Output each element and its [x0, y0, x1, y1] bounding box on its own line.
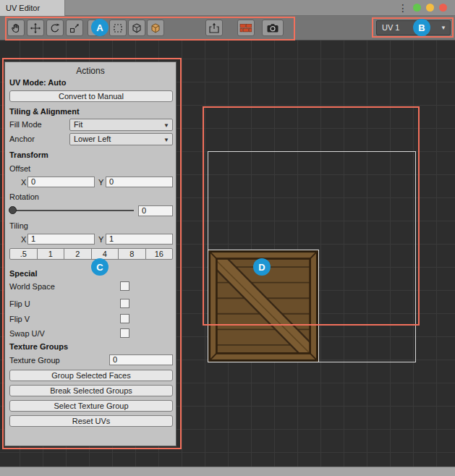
marquee-select-button[interactable] — [109, 20, 127, 36]
preset-8-button[interactable]: 8 — [118, 248, 146, 260]
tiling-presets: .5 1 2 4 8 16 — [9, 248, 173, 260]
camera-icon — [266, 22, 279, 34]
swap-uv-label: Swap U/V — [9, 329, 45, 338]
window-button-red[interactable] — [439, 4, 447, 12]
uv-channel-value: UV 1 — [382, 23, 399, 32]
anchor-label: Anchor — [9, 135, 35, 143]
cube-textured-icon — [150, 22, 161, 34]
rotate-tool-button[interactable] — [46, 20, 64, 36]
fill-mode-dropdown[interactable]: Fit ▼ — [69, 119, 173, 131]
tiling-x-label: X — [21, 235, 26, 244]
break-selected-groups-button[interactable]: Break Selected Groups — [9, 385, 173, 396]
anchor-dropdown[interactable]: Lower Left ▼ — [69, 133, 173, 145]
preset-4-button[interactable]: 4 — [91, 248, 119, 260]
face-mode-button[interactable] — [88, 20, 105, 36]
export-uv-button[interactable] — [205, 20, 223, 36]
flip-u-checkbox[interactable] — [120, 299, 129, 308]
slider-track[interactable] — [11, 210, 134, 211]
fill-mode-value: Fit — [74, 120, 82, 129]
texture-group-label: Texture Group — [9, 356, 60, 365]
reset-uvs-button[interactable]: Reset UVs — [9, 415, 173, 427]
pan-tool-button[interactable] — [7, 20, 25, 36]
bricks-icon — [239, 22, 252, 34]
rotation-slider[interactable]: 0 — [9, 205, 173, 216]
window-button-green[interactable] — [413, 4, 421, 12]
offset-y-input[interactable]: 0 — [106, 177, 173, 187]
tiling-label: Tiling — [9, 221, 28, 230]
uv-editor-window: UV Editor ⋮ — [0, 0, 455, 476]
cube-wireframe-icon — [131, 22, 143, 34]
cube-wire-button[interactable] — [128, 20, 145, 36]
actions-panel: Actions UV Mode: Auto Convert to Manual … — [4, 61, 177, 446]
fill-mode-label: Fill Mode — [9, 120, 42, 129]
marquee-icon — [112, 22, 124, 34]
slider-thumb[interactable] — [9, 206, 17, 214]
export-icon — [208, 22, 221, 34]
offset-y-label: Y — [98, 178, 103, 187]
offset-x-input[interactable]: 0 — [27, 177, 95, 187]
special-header: Special — [9, 269, 38, 278]
rotate-icon — [49, 22, 61, 34]
face-icon — [90, 22, 102, 34]
scale-icon — [69, 22, 80, 34]
preset-2-button[interactable]: 2 — [64, 248, 92, 260]
status-bar — [0, 467, 455, 476]
panel-title: Actions — [5, 66, 176, 76]
rotation-value-input[interactable]: 0 — [138, 205, 173, 216]
hand-icon — [10, 22, 22, 34]
convert-to-manual-button[interactable]: Convert to Manual — [9, 90, 173, 102]
anchor-value: Lower Left — [74, 135, 111, 143]
swap-uv-checkbox[interactable] — [120, 328, 129, 338]
offset-label: Offset — [9, 164, 30, 173]
offset-x-label: X — [21, 178, 26, 187]
chevron-down-icon: ▼ — [163, 135, 169, 145]
window-button-yellow[interactable] — [426, 4, 434, 12]
world-space-label: World Space — [9, 282, 55, 291]
tiling-alignment-header: Tiling & Alignment — [9, 107, 80, 116]
flip-v-label: Flip V — [9, 315, 30, 323]
flip-u-label: Flip U — [9, 299, 30, 308]
preset-half-button[interactable]: .5 — [9, 248, 38, 260]
tiling-x-input[interactable]: 1 — [27, 234, 95, 245]
scale-tool-button[interactable] — [66, 20, 83, 36]
uv-face-crate-texture[interactable] — [208, 250, 319, 362]
tiling-y-label: Y — [98, 235, 103, 244]
move-tool-button[interactable] — [27, 20, 44, 36]
move-icon — [30, 22, 41, 34]
transform-header: Transform — [9, 150, 48, 159]
cube-textured-button[interactable] — [147, 20, 164, 36]
crate-texture-image — [208, 250, 318, 362]
uv-mode-label: UV Mode: Auto — [9, 78, 66, 87]
group-selected-faces-button[interactable]: Group Selected Faces — [9, 370, 173, 381]
texture-groups-header: Texture Groups — [9, 342, 68, 351]
texture-preview-button[interactable] — [237, 20, 255, 36]
preset-1-button[interactable]: 1 — [37, 248, 65, 260]
select-texture-group-button[interactable]: Select Texture Group — [9, 400, 173, 412]
tab-uv-editor[interactable]: UV Editor — [0, 0, 65, 16]
texture-group-input[interactable]: 0 — [109, 354, 173, 365]
window-menu-icon[interactable]: ⋮ — [398, 1, 408, 14]
uv-channel-dropdown[interactable]: UV 1 ▼ — [376, 20, 451, 35]
flip-v-checkbox[interactable] — [120, 314, 129, 323]
rotation-label: Rotation — [9, 192, 39, 201]
tiling-y-input[interactable]: 1 — [106, 234, 173, 245]
world-space-checkbox[interactable] — [120, 281, 129, 291]
screenshot-button[interactable] — [262, 20, 284, 36]
chevron-down-icon: ▼ — [441, 21, 446, 35]
chevron-down-icon: ▼ — [163, 120, 169, 131]
tab-bar: UV Editor ⋮ — [0, 0, 455, 16]
preset-16-button[interactable]: 16 — [145, 248, 174, 260]
